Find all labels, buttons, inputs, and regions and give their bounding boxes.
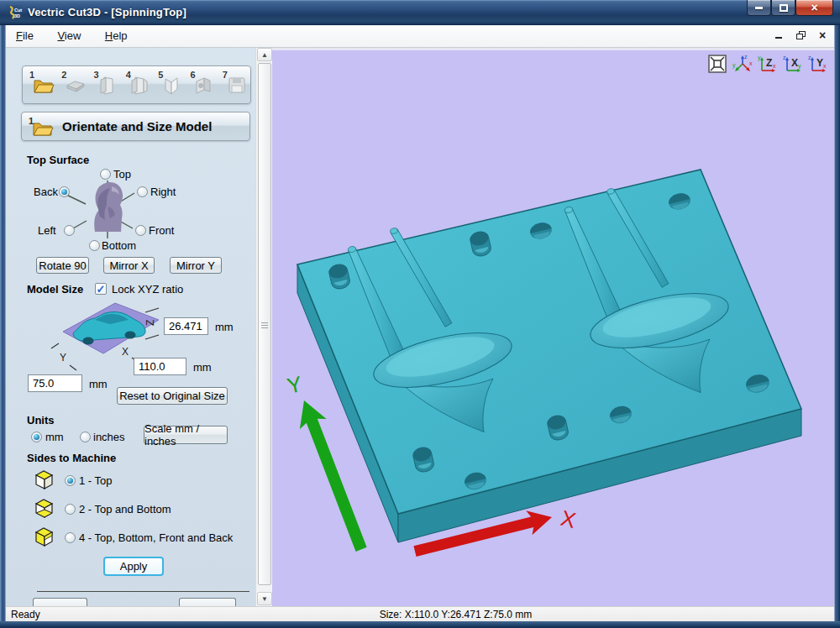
y-size-input[interactable]: [28, 374, 82, 392]
radio-front-label: Front: [149, 224, 174, 237]
sides-1-top-label: 1 - Top: [79, 474, 113, 487]
scrollbar-up-button[interactable]: ▲: [257, 48, 272, 61]
maximize-icon: [780, 4, 788, 12]
zoom-extents-icon[interactable]: [706, 53, 728, 75]
save-disk-icon: [226, 75, 248, 95]
window-frame-bottom: [0, 621, 840, 628]
sidebar-scrollbar[interactable]: ▲ ▼: [255, 48, 272, 606]
maximize-button[interactable]: [771, 0, 795, 16]
radio-bottom-label: Bottom: [102, 239, 136, 252]
radio-left[interactable]: [64, 225, 75, 236]
radio-front[interactable]: [135, 225, 146, 236]
svg-text:Cut: Cut: [14, 8, 22, 13]
units-inches-label: inches: [93, 431, 125, 443]
svg-text:y: y: [732, 62, 736, 69]
open-book-icon: [161, 75, 181, 97]
y-axis-label: Y: [285, 371, 304, 399]
apply-button[interactable]: Apply: [103, 557, 164, 576]
menu-file[interactable]: File: [6, 25, 44, 45]
menu-help[interactable]: Help: [95, 25, 138, 45]
radio-bottom[interactable]: [89, 240, 100, 251]
scroll-down-icon: ▼: [261, 595, 268, 603]
window-frame-left: [0, 25, 6, 621]
wizard-steps-toolbar: 1 2 3: [22, 65, 251, 104]
step-3-roughing[interactable]: 3: [94, 70, 122, 100]
folder-open-icon: [32, 119, 54, 138]
toolpath-page-icon: [129, 75, 150, 97]
mdi-minimize-button[interactable]: [772, 29, 785, 41]
minimize-icon: [755, 7, 763, 9]
reset-original-size-button[interactable]: Reset to Original Size: [117, 387, 228, 405]
step-4-finishing[interactable]: 4: [126, 70, 154, 100]
x-unit-label: mm: [193, 361, 212, 374]
units-mm-label: mm: [45, 431, 64, 443]
scroll-up-icon: ▲: [261, 51, 268, 59]
scrollbar-down-button[interactable]: ▼: [257, 592, 272, 605]
scale-mm-inches-button[interactable]: Scale mm / inches: [144, 426, 228, 444]
preview-block-icon: [193, 75, 213, 97]
viewport-3d[interactable]: Y X: [272, 48, 834, 606]
y-view-icon[interactable]: z x Y: [807, 53, 829, 75]
radio-sides-4-all[interactable]: [65, 532, 76, 543]
radio-sides-1-top[interactable]: [65, 475, 76, 486]
diagram-z-label: Z: [144, 320, 156, 326]
step-6-preview[interactable]: 6: [190, 70, 218, 100]
mirror-y-button[interactable]: Mirror Y: [170, 257, 222, 274]
mdi-restore-button[interactable]: [794, 29, 807, 41]
radio-top[interactable]: [100, 169, 111, 180]
menu-view[interactable]: View: [47, 25, 91, 45]
x-size-input[interactable]: [134, 358, 186, 375]
step-1-load-model[interactable]: 1: [29, 70, 57, 100]
partial-button-right[interactable]: [179, 598, 236, 606]
mirror-x-button[interactable]: Mirror X: [103, 257, 155, 274]
mdi-restore-icon: [796, 31, 806, 40]
svg-text:Z: Z: [766, 57, 772, 69]
svg-text:z: z: [808, 55, 811, 60]
svg-text:X: X: [791, 57, 798, 69]
partial-button-left[interactable]: [33, 598, 87, 606]
scene-canvas[interactable]: Y X: [272, 48, 834, 606]
sides-2-top-bottom-label: 2 - Top and Bottom: [79, 503, 171, 515]
x-view-icon[interactable]: z y X: [782, 53, 804, 75]
scrollbar-thumb[interactable]: [258, 63, 271, 585]
radio-back[interactable]: [59, 186, 70, 197]
menubar: File View Help ×: [6, 25, 834, 48]
section-divider: [37, 591, 249, 592]
app-window: Cut 3D Vectric Cut3D - [SpinningTop] × F…: [0, 0, 840, 628]
status-size: Size: X:110.0 Y:26.471 Z:75.0 mm: [6, 609, 834, 620]
z-view-icon[interactable]: y x Z: [757, 53, 779, 75]
radio-units-inches[interactable]: [80, 432, 91, 442]
z-size-input[interactable]: [164, 317, 208, 335]
step-2-material[interactable]: 2: [61, 70, 89, 100]
rotate-90-button[interactable]: Rotate 90: [36, 257, 89, 274]
z-unit-label: mm: [215, 321, 234, 333]
step-7-save[interactable]: 7: [223, 70, 250, 100]
section-header: 1 Orientate and Size Model: [21, 112, 250, 141]
radio-right[interactable]: [137, 186, 148, 197]
svg-text:3D: 3D: [14, 13, 20, 18]
minimize-button[interactable]: [747, 0, 771, 16]
cube-top-icon: [33, 468, 55, 491]
isometric-view-icon[interactable]: z y x: [732, 53, 753, 75]
mdi-close-icon: ×: [819, 29, 826, 41]
window-frame-right: [834, 25, 840, 621]
cube-top-bottom-icon: [33, 496, 55, 520]
close-icon: ×: [811, 2, 817, 13]
model-head-thumbnail: [83, 178, 127, 237]
radio-sides-2-top-bottom[interactable]: [65, 504, 76, 515]
radio-left-label: Left: [38, 224, 56, 237]
radio-units-mm[interactable]: [31, 432, 42, 442]
radio-back-label: Back: [34, 186, 58, 198]
step-5-cutout[interactable]: 5: [158, 70, 186, 100]
svg-text:x: x: [773, 63, 776, 69]
svg-text:z: z: [783, 55, 786, 60]
toolpath-page-icon: [97, 75, 118, 97]
material-block-icon: [65, 75, 87, 95]
scrollbar-grip: [261, 322, 268, 329]
mdi-close-button[interactable]: ×: [816, 29, 829, 41]
section-title: Orientate and Size Model: [62, 119, 212, 133]
svg-text:x: x: [749, 60, 753, 66]
close-button[interactable]: ×: [795, 0, 833, 16]
svg-text:y: y: [758, 55, 761, 61]
svg-text:x: x: [823, 63, 827, 69]
